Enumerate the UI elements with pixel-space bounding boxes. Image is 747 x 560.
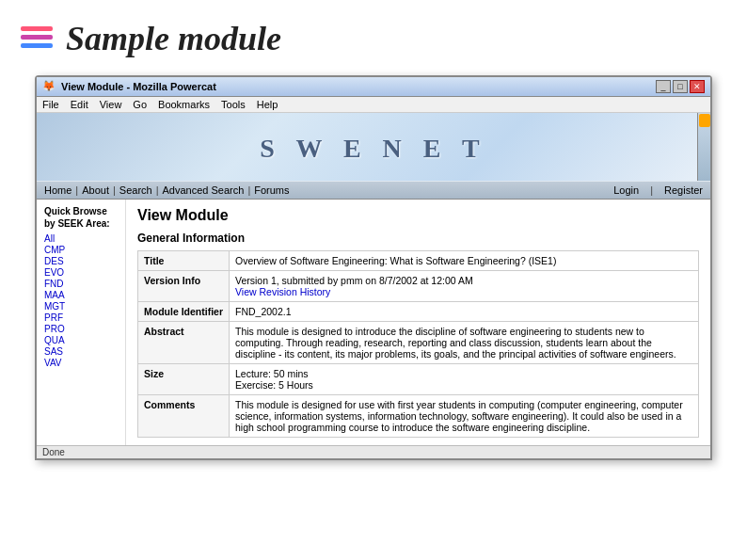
revision-history-link[interactable]: View Revision History [235, 286, 330, 297]
slide-title: Sample module [66, 19, 281, 58]
svg-rect-3 [699, 114, 710, 127]
value-title: Overview of Software Engineering: What i… [230, 251, 699, 271]
title-icon [19, 21, 55, 56]
sidebar-link-pro[interactable]: PRO [44, 324, 118, 334]
sidebar-link-evo[interactable]: EVO [44, 267, 118, 278]
svg-rect-0 [21, 26, 53, 31]
sidebar-link-vav[interactable]: VAV [44, 358, 118, 368]
menu-edit[interactable]: Edit [71, 99, 88, 110]
label-comments: Comments [138, 395, 230, 438]
titlebar-buttons[interactable]: _ □ ✕ [656, 80, 705, 93]
swenet-header: S W E N E T [37, 113, 710, 181]
browser-titlebar: 🦊 View Module - Mozilla Powercat _ □ ✕ [37, 77, 710, 97]
menu-go[interactable]: Go [133, 99, 147, 110]
menu-bookmarks[interactable]: Bookmarks [158, 99, 210, 110]
sidebar-link-fnd[interactable]: FND [44, 279, 118, 289]
sidebar-links: All CMP DES EVO FND MAA MGT PRF PRO QUA … [44, 233, 118, 368]
content-area: View Module General Information Title Ov… [126, 200, 710, 445]
menu-view[interactable]: View [100, 99, 122, 110]
table-row-version: Version Info Version 1, submitted by pmm… [138, 271, 699, 302]
nav-left: Home | About | Search | Advanced Search … [44, 184, 290, 196]
label-version: Version Info [138, 271, 230, 302]
sidebar-link-maa[interactable]: MAA [44, 290, 118, 300]
value-version: Version 1, submitted by pmm on 8/7/2002 … [230, 271, 699, 302]
sidebar-link-des[interactable]: DES [44, 256, 118, 266]
titlebar-left: 🦊 View Module - Mozilla Powercat [42, 80, 216, 93]
swenet-logo: S W E N E T [46, 134, 701, 164]
value-size: Lecture: 50 minsExercise: 5 Hours [230, 364, 699, 395]
sidebar-title: Quick Browse by SEEK Area: [44, 205, 118, 230]
browser-statusbar: Done [37, 445, 710, 458]
status-text: Done [42, 447, 65, 457]
nav-advanced-search[interactable]: Advanced Search [163, 184, 245, 196]
label-identifier: Module Identifier [138, 302, 230, 322]
nav-search[interactable]: Search [119, 184, 152, 196]
sidebar-link-mgt[interactable]: MGT [44, 301, 118, 312]
maximize-button[interactable]: □ [673, 80, 688, 93]
browser-favicon: 🦊 [42, 80, 56, 93]
table-row-size: Size Lecture: 50 minsExercise: 5 Hours [138, 364, 699, 395]
sidebar-link-qua[interactable]: QUA [44, 335, 118, 345]
browser-window: 🦊 View Module - Mozilla Powercat _ □ ✕ F… [35, 75, 712, 460]
nav-about[interactable]: About [82, 184, 109, 196]
menu-help[interactable]: Help [257, 99, 278, 110]
sidebar-link-cmp[interactable]: CMP [44, 245, 118, 255]
slide: Sample module 🦊 View Module - Mozilla Po… [0, 0, 747, 560]
sidebar-link-sas[interactable]: SAS [44, 346, 118, 357]
swenet-main: Quick Browse by SEEK Area: All CMP DES E… [37, 200, 710, 445]
nav-right: Login | Register [613, 184, 703, 196]
sidebar-link-prf[interactable]: PRF [44, 312, 118, 323]
svg-rect-2 [21, 43, 53, 48]
table-row-comments: Comments This module is designed for use… [138, 395, 699, 438]
section-title: General Information [137, 232, 699, 245]
nav-forums[interactable]: Forums [254, 184, 289, 196]
sidebar-link-all[interactable]: All [44, 233, 118, 244]
nav-register[interactable]: Register [664, 184, 703, 196]
value-abstract: This module is designed to introduce the… [230, 322, 699, 364]
nav-home[interactable]: Home [44, 184, 72, 196]
browser-title: View Module - Mozilla Powercat [61, 81, 216, 92]
close-button[interactable]: ✕ [690, 80, 705, 93]
label-size: Size [138, 364, 230, 395]
slide-title-area: Sample module [19, 19, 728, 58]
value-identifier: FND_2002.1 [230, 302, 699, 322]
browser-content: S W E N E T Home | About | Search | Adva [37, 113, 710, 445]
header-scrollbar [697, 113, 710, 181]
menu-file[interactable]: File [42, 99, 59, 110]
swenet-nav: Home | About | Search | Advanced Search … [37, 181, 710, 200]
minimize-button[interactable]: _ [656, 80, 671, 93]
label-title: Title [138, 251, 230, 271]
label-abstract: Abstract [138, 322, 230, 364]
svg-rect-1 [21, 35, 53, 40]
table-row-title: Title Overview of Software Engineering: … [138, 251, 699, 271]
browser-menubar: File Edit View Go Bookmarks Tools Help [37, 97, 710, 113]
table-row-abstract: Abstract This module is designed to intr… [138, 322, 699, 364]
value-comments: This module is designed for use with fir… [230, 395, 699, 438]
nav-login[interactable]: Login [613, 184, 639, 196]
info-table: Title Overview of Software Engineering: … [137, 250, 699, 438]
page-title: View Module [137, 207, 699, 224]
table-row-identifier: Module Identifier FND_2002.1 [138, 302, 699, 322]
sidebar: Quick Browse by SEEK Area: All CMP DES E… [37, 200, 126, 445]
menu-tools[interactable]: Tools [221, 99, 246, 110]
